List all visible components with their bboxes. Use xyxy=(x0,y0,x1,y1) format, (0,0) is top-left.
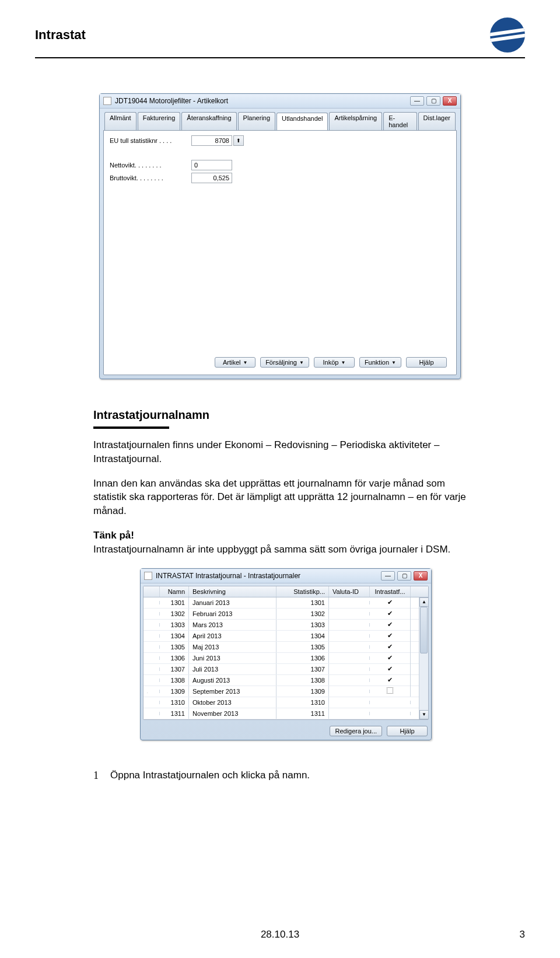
col-beskrivning[interactable]: Beskrivning xyxy=(189,586,276,597)
vertical-scrollbar[interactable]: ▲ ▼ xyxy=(419,597,428,719)
inkp-button[interactable]: Inköp▼ xyxy=(314,357,355,368)
col-valuta[interactable]: Valuta-ID xyxy=(329,586,370,597)
row-selector[interactable] xyxy=(144,634,160,638)
table-row[interactable]: 1310Oktober 20131310 xyxy=(144,697,428,708)
minimize-button[interactable]: — xyxy=(410,96,424,106)
cell-beskrivning: April 2013 xyxy=(189,631,276,641)
check-icon: ✔ xyxy=(387,654,393,661)
window-icon xyxy=(144,572,152,580)
col-namn[interactable]: Namn xyxy=(160,586,189,597)
col-statistikp[interactable]: Statistikp... xyxy=(276,586,329,597)
cell-intrastatf: ✔ xyxy=(370,608,411,619)
lookup-button[interactable]: ⬆ xyxy=(233,135,244,146)
artikel-button[interactable]: Artikel▼ xyxy=(215,357,256,368)
table-row[interactable]: 1301Januari 20131301✔ xyxy=(144,597,428,609)
cell-statistikp: 1303 xyxy=(276,620,329,630)
cell-intrastatf xyxy=(370,712,411,715)
cell-statistikp: 1302 xyxy=(276,609,329,619)
tab-fakturering[interactable]: Fakturering xyxy=(138,112,181,130)
cell-valuta xyxy=(329,634,370,638)
row-selector[interactable] xyxy=(144,623,160,627)
close-button[interactable]: X xyxy=(414,571,428,581)
paragraph-3-bold: Tänk på! xyxy=(93,530,134,541)
titlebar-text: INTRASTAT Intrastatjournal - Intrastatjo… xyxy=(156,572,300,580)
scroll-up-icon[interactable]: ▲ xyxy=(419,597,428,607)
col-intrastatf[interactable]: Intrastatf... xyxy=(370,586,411,597)
titlebar[interactable]: JDT19044 Motoroljefilter - Artikelkort —… xyxy=(100,94,460,109)
row-selector[interactable] xyxy=(144,712,160,715)
row-selector[interactable] xyxy=(144,667,160,671)
dotted-checkbox-icon[interactable] xyxy=(387,687,393,694)
table-row[interactable]: 1305Maj 20131305✔ xyxy=(144,642,428,653)
cell-statistikp: 1304 xyxy=(276,631,329,641)
table-row[interactable]: 1307Juli 20131307✔ xyxy=(144,664,428,675)
cell-beskrivning: Februari 2013 xyxy=(189,609,276,619)
hjlp-button[interactable]: Hjälp xyxy=(406,357,447,368)
cell-intrastatf: ✔ xyxy=(370,652,411,663)
row-pointer-icon: ▶ xyxy=(147,691,152,693)
close-button[interactable]: X xyxy=(443,96,457,106)
chevron-down-icon: ▼ xyxy=(243,360,247,365)
eu-tull-input[interactable] xyxy=(191,135,232,146)
frsljning-button[interactable]: Försäljning▼ xyxy=(260,357,309,368)
table-row[interactable]: ▶1309September 20131309 xyxy=(144,686,428,697)
cell-valuta xyxy=(329,679,370,682)
nettovikt-input[interactable] xyxy=(191,160,232,170)
cell-intrastatf xyxy=(370,686,411,697)
tab-distlager[interactable]: Dist.lager xyxy=(418,112,456,130)
grid-rows: 1301Januari 20131301✔1302Februari 201313… xyxy=(144,597,428,719)
chevron-down-icon: ▼ xyxy=(341,360,345,365)
table-row[interactable]: 1306Juni 20131306✔ xyxy=(144,653,428,664)
titlebar-text: JDT19044 Motoroljefilter - Artikelkort xyxy=(115,97,228,105)
row-selector[interactable] xyxy=(144,679,160,682)
bruttovikt-label: Bruttovikt. . . . . . . . xyxy=(110,174,191,181)
cell-valuta xyxy=(329,623,370,627)
tab-planering[interactable]: Planering xyxy=(238,112,275,130)
step-text: Öppna Intrastatjournalen och klicka på n… xyxy=(110,770,310,782)
window2-footer: Redigera jou...Hjälp xyxy=(141,722,431,740)
table-row[interactable]: 1304April 20131304✔ xyxy=(144,631,428,642)
funktion-button[interactable]: Funktion▼ xyxy=(359,357,401,368)
check-icon: ✔ xyxy=(387,643,393,650)
page-footer: 28.10.13 3 xyxy=(0,929,560,940)
check-icon: ✔ xyxy=(387,632,393,639)
nettovikt-label: Nettovikt. . . . . . . . xyxy=(110,162,191,169)
paragraph-1: Intrastatjournalen finns under Ekonomi –… xyxy=(93,438,478,466)
minimize-button[interactable]: — xyxy=(381,571,395,581)
tab-ehandel[interactable]: E-handel xyxy=(383,112,416,130)
check-icon: ✔ xyxy=(387,676,393,683)
cell-namn: 1302 xyxy=(160,609,189,619)
tab-teranskaffning[interactable]: Återanskaffning xyxy=(181,112,236,130)
tab-artikelsprning[interactable]: Artikelspårning xyxy=(329,112,382,130)
chevron-down-icon: ▼ xyxy=(299,360,304,365)
scroll-thumb[interactable] xyxy=(420,607,428,653)
redigerajou-button[interactable]: Redigera jou... xyxy=(330,726,382,736)
check-icon: ✔ xyxy=(387,610,393,617)
section-heading: Intrastatjournalnamn xyxy=(93,408,478,422)
cell-statistikp: 1308 xyxy=(276,675,329,686)
table-row[interactable]: 1311November 20131311 xyxy=(144,708,428,719)
window-footer: Artikel▼Försäljning▼Inköp▼Funktion▼Hjälp xyxy=(107,354,453,371)
bruttovikt-input[interactable] xyxy=(191,173,232,183)
titlebar[interactable]: INTRASTAT Intrastatjournal - Intrastatjo… xyxy=(141,569,431,583)
row-selector[interactable] xyxy=(144,601,160,604)
row-selector[interactable] xyxy=(144,701,160,704)
table-row[interactable]: 1308Augusti 20131308✔ xyxy=(144,675,428,686)
cell-namn: 1308 xyxy=(160,675,189,686)
maximize-button[interactable]: ▢ xyxy=(397,571,411,581)
row-selector[interactable]: ▶ xyxy=(144,690,160,693)
col-selector[interactable] xyxy=(144,586,160,597)
cell-beskrivning: Mars 2013 xyxy=(189,620,276,630)
tab-utlandshandel[interactable]: Utlandshandel xyxy=(276,113,328,131)
hjlp-button[interactable]: Hjälp xyxy=(387,726,428,736)
maximize-button[interactable]: ▢ xyxy=(426,96,440,106)
row-selector[interactable] xyxy=(144,645,160,649)
row-selector[interactable] xyxy=(144,612,160,616)
table-row[interactable]: 1303Mars 20131303✔ xyxy=(144,620,428,631)
scroll-down-icon[interactable]: ▼ xyxy=(419,710,428,719)
cell-valuta xyxy=(329,667,370,671)
table-row[interactable]: 1302Februari 20131302✔ xyxy=(144,609,428,620)
tab-allmnt[interactable]: Allmänt xyxy=(104,112,136,130)
row-selector[interactable] xyxy=(144,656,160,660)
cell-intrastatf: ✔ xyxy=(370,619,411,630)
